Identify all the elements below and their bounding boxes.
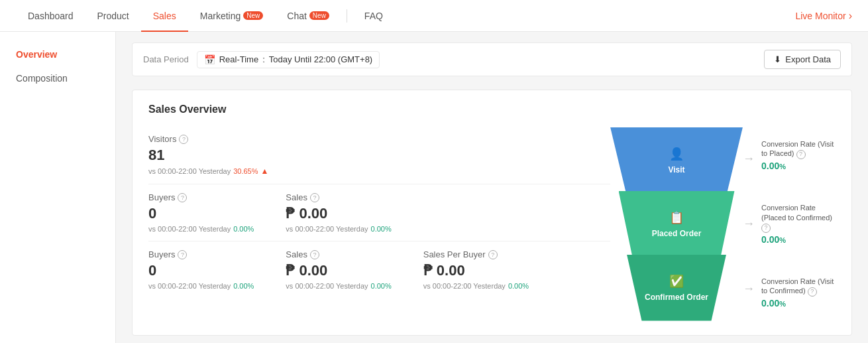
buyers-metric-row3: Buyers ? 0 vs 00:00-22:00 Yesterday 0.00… [148,249,254,290]
live-monitor-button[interactable]: Live Monitor › [795,10,852,22]
visitors-help-icon[interactable]: ? [179,135,188,144]
conversion-visit-confirmed-value: 0.00% [761,298,836,309]
conversion-help-icon-2[interactable]: ? [761,224,771,233]
funnel-arrows: → → → [743,126,755,322]
conversion-visit-placed-value: 0.00% [761,161,836,171]
sales-metric-row2: Sales ? ₱ 0.00 vs 00:00-22:00 Yesterday … [286,192,391,233]
conversion-placed-confirmed-value: 0.00% [761,234,836,245]
visit-label: Visit [668,165,684,174]
conversion-rates: Conversion Rate (Visit to Placed) ? 0.00… [755,126,836,322]
nav-items: Dashboard Product Sales Marketing New Ch… [16,0,795,32]
buyers-pct-row3: 0.00% [233,282,254,290]
main-layout: Overview Composition Data Period 📅 Real-… [0,32,868,343]
funnel-visit: 👤 Visit [610,127,743,194]
chat-badge: New [309,11,329,20]
download-icon: ⬇ [774,54,781,64]
data-period-label: Data Period [143,54,189,64]
conversion-visit-confirmed: Conversion Rate (Visit to Confirmed) ? 0… [761,277,836,309]
sales-help-icon-row2[interactable]: ? [310,193,319,202]
buyers-metric-row2: Buyers ? 0 vs 00:00-22:00 Yesterday 0.00… [148,192,254,233]
up-arrow-icon: ▲ [260,167,268,176]
visitors-value: 81 [148,147,610,164]
placed-label: Placed Order [652,229,702,238]
marketing-badge: New [243,11,263,20]
top-nav: Dashboard Product Sales Marketing New Ch… [0,0,868,32]
data-period-bar: Data Period 📅 Real-Time : Today Until 22… [132,42,852,76]
funnel-chart: 👤 Visit 📋 Placed Order ✅ Confirmed Order [610,127,743,321]
visitors-block: Visitors ? 81 vs 00:00-22:00 Yesterday 3… [148,126,610,184]
buyers-pct-row2: 0.00% [233,225,254,233]
sales-pct-row3: 0.00% [371,282,392,290]
sales-value-row2: ₱ 0.00 [286,205,391,222]
row2-block: Buyers ? 0 vs 00:00-22:00 Yesterday 0.00… [148,184,610,241]
arrow-right-icon-2: → [743,217,755,231]
sales-pct-row2: 0.00% [371,225,392,233]
nav-item-marketing[interactable]: Marketing New [188,0,275,32]
conversion-visit-placed: Conversion Rate (Visit to Placed) ? 0.00… [761,139,836,171]
sales-value-row3: ₱ 0.00 [286,262,391,279]
conversion-placed-confirmed-label: Conversion Rate (Placed to Confirmed) [761,204,832,221]
sales-per-buyer-comparison: vs 00:00-22:00 Yesterday 0.00% [423,282,529,290]
confirmed-label: Confirmed Order [645,293,708,302]
sales-overview-card: Sales Overview Visitors ? 81 vs [132,90,852,336]
buyers-comparison-row2: vs 00:00-22:00 Yesterday 0.00% [148,225,254,233]
sidebar-item-overview[interactable]: Overview [0,42,115,66]
metrics-section: Visitors ? 81 vs 00:00-22:00 Yesterday 3… [148,126,610,322]
order-icon: 📋 [669,210,684,225]
sales-per-buyer-pct: 0.00% [508,282,529,290]
conversion-help-icon-3[interactable]: ? [808,287,817,297]
nav-divider [347,9,347,23]
arrow-right-icon-3: → [743,282,755,296]
buyers-value-row3: 0 [148,262,254,279]
sales-help-icon-row3[interactable]: ? [310,250,319,259]
buyers-label-row2: Buyers [148,192,175,202]
visitors-label: Visitors [148,134,176,144]
real-time-text: Real-Time [219,54,258,64]
visitors-metric: Visitors ? 81 vs 00:00-22:00 Yesterday 3… [148,134,610,176]
conversion-visit-confirmed-label: Conversion Rate (Visit to Confirmed) [761,277,834,295]
confirmed-icon: ✅ [669,274,684,289]
sales-comparison-row3: vs 00:00-22:00 Yesterday 0.00% [286,282,391,290]
sidebar: Overview Composition [0,32,116,343]
buyers-label-row3: Buyers [148,249,175,259]
visitors-comparison: vs 00:00-22:00 Yesterday 30.65% ▲ [148,167,610,176]
metrics-funnel: Visitors ? 81 vs 00:00-22:00 Yesterday 3… [148,126,836,322]
sales-overview-title: Sales Overview [148,103,836,115]
export-data-button[interactable]: ⬇ Export Data [764,50,841,69]
buyers-value-row2: 0 [148,205,254,222]
nav-item-faq[interactable]: FAQ [353,0,395,32]
sales-label-row2: Sales [286,192,307,202]
row3-block: Buyers ? 0 vs 00:00-22:00 Yesterday 0.00… [148,241,610,298]
nav-item-sales[interactable]: Sales [141,0,188,32]
funnel-placed: 📋 Placed Order [619,191,735,257]
sales-comparison-row2: vs 00:00-22:00 Yesterday 0.00% [286,225,391,233]
conversion-help-icon-1[interactable]: ? [796,150,806,159]
nav-item-product[interactable]: Product [85,0,141,32]
sales-per-buyer-label: Sales Per Buyer [423,249,486,259]
buyers-help-icon-row3[interactable]: ? [178,250,187,259]
sales-per-buyer-help-icon[interactable]: ? [488,250,498,259]
time-range-text: Today Until 22:00 (GMT+8) [269,54,372,64]
buyers-help-icon-row2[interactable]: ? [178,193,187,202]
sales-metric-row3: Sales ? ₱ 0.00 vs 00:00-22:00 Yesterday … [286,249,391,290]
sales-per-buyer-value: ₱ 0.00 [423,262,529,279]
conversion-placed-confirmed: Conversion Rate (Placed to Confirmed) ? … [761,203,836,244]
buyers-comparison-row3: vs 00:00-22:00 Yesterday 0.00% [148,282,254,290]
sales-label-row3: Sales [286,249,307,259]
sales-per-buyer-metric: Sales Per Buyer ? ₱ 0.00 vs 00:00-22:00 … [423,249,529,290]
visitors-pct: 30.65% [233,167,258,175]
calendar-icon: 📅 [204,54,215,65]
arrow-right-icon-1: → [743,152,755,166]
live-monitor-arrow-icon: › [849,10,852,22]
nav-item-dashboard[interactable]: Dashboard [16,0,85,32]
person-icon: 👤 [669,147,684,161]
funnel-section: 👤 Visit 📋 Placed Order ✅ Confirmed Order [610,126,836,322]
main-content: Data Period 📅 Real-Time : Today Until 22… [116,32,868,343]
real-time-badge[interactable]: 📅 Real-Time : Today Until 22:00 (GMT+8) [197,51,380,68]
nav-item-chat[interactable]: Chat New [275,0,341,32]
funnel-confirmed: ✅ Confirmed Order [627,255,726,321]
sidebar-item-composition[interactable]: Composition [0,66,115,90]
